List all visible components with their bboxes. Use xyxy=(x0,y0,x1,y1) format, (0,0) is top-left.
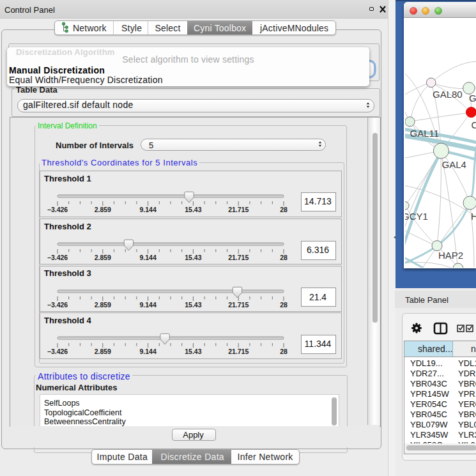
svg-text:2.859: 2.859 xyxy=(95,301,111,309)
svg-text:2.859: 2.859 xyxy=(95,206,111,213)
svg-text:28: 28 xyxy=(280,301,288,309)
svg-text:9.144: 9.144 xyxy=(139,206,156,213)
svg-text:2.859: 2.859 xyxy=(95,348,111,355)
svg-text:21.715: 21.715 xyxy=(228,206,249,213)
svg-text:−3.426: −3.426 xyxy=(47,206,68,213)
svg-text:−3.426: −3.426 xyxy=(47,254,68,261)
svg-text:GA: GA xyxy=(469,93,476,104)
svg-text:H: H xyxy=(471,211,476,222)
svg-text:9.144: 9.144 xyxy=(139,254,156,261)
svg-text:21.715: 21.715 xyxy=(228,348,249,355)
svg-text:15.43: 15.43 xyxy=(185,206,201,213)
svg-text:9.144: 9.144 xyxy=(139,348,156,355)
svg-text:−3.426: −3.426 xyxy=(47,301,68,309)
svg-text:−3.426: −3.426 xyxy=(47,348,68,355)
svg-text:15.43: 15.43 xyxy=(185,254,201,261)
svg-text:9.144: 9.144 xyxy=(139,301,156,309)
svg-text:28: 28 xyxy=(280,206,288,213)
svg-text:28: 28 xyxy=(280,348,288,355)
svg-text:C: C xyxy=(472,119,476,130)
svg-text:28: 28 xyxy=(280,254,288,261)
svg-text:GAL11: GAL11 xyxy=(410,128,440,139)
svg-text:15.43: 15.43 xyxy=(185,301,201,309)
svg-text:2.859: 2.859 xyxy=(95,254,111,261)
svg-text:GCY1: GCY1 xyxy=(405,211,428,222)
svg-text:21.715: 21.715 xyxy=(228,254,249,261)
svg-text:GAL4: GAL4 xyxy=(442,159,466,170)
svg-text:HAP2: HAP2 xyxy=(438,250,463,261)
svg-text:GAL80: GAL80 xyxy=(433,89,463,100)
svg-text:15.43: 15.43 xyxy=(185,348,201,355)
svg-text:21.715: 21.715 xyxy=(228,301,249,309)
